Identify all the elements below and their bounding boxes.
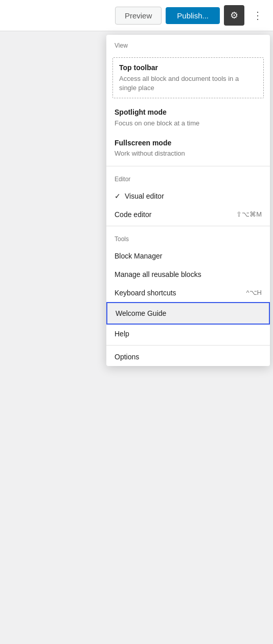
welcome-guide-item[interactable]: Welcome Guide xyxy=(106,302,270,325)
top-toolbar-menu-item[interactable]: Top toolbar Access all block and documen… xyxy=(112,57,264,98)
keyboard-shortcuts-item[interactable]: Keyboard shortcuts ^⌥H xyxy=(106,284,270,302)
visual-editor-item[interactable]: ✓ Visual editor xyxy=(106,187,270,205)
options-item[interactable]: Options xyxy=(106,348,270,366)
fullscreen-mode-desc: Work without distraction xyxy=(115,149,185,158)
more-icon: ⋮ xyxy=(253,9,263,22)
top-toolbar-title: Top toolbar xyxy=(119,63,257,73)
editor-section-label: Editor xyxy=(106,168,270,187)
gear-icon: ⚙ xyxy=(230,10,238,21)
view-section-label: View xyxy=(106,35,270,53)
help-label: Help xyxy=(115,330,129,338)
fullscreen-mode-title: Fullscreen mode xyxy=(115,138,171,148)
divider-3 xyxy=(106,345,270,346)
fullscreen-mode-item[interactable]: Fullscreen mode Work without distraction xyxy=(106,133,270,164)
visual-editor-label: Visual editor xyxy=(125,192,164,200)
code-editor-item[interactable]: Code editor ⇧⌥⌘M xyxy=(106,205,270,224)
code-editor-label: Code editor xyxy=(115,210,151,219)
spotlight-mode-item[interactable]: Spotlight mode Focus on one block at a t… xyxy=(106,102,270,133)
spotlight-mode-title: Spotlight mode xyxy=(115,108,167,118)
publish-button[interactable]: Publish... xyxy=(166,7,220,24)
divider-1 xyxy=(106,166,270,166)
top-toolbar-desc: Access all block and document tools in a… xyxy=(119,74,257,93)
code-editor-shortcut: ⇧⌥⌘M xyxy=(236,210,262,218)
reusable-blocks-item[interactable]: Manage all reusable blocks xyxy=(106,265,270,284)
block-manager-item[interactable]: Block Manager xyxy=(106,247,270,265)
more-options-button[interactable]: ⋮ xyxy=(248,6,267,25)
block-manager-label: Block Manager xyxy=(115,252,162,260)
options-dropdown: View Top toolbar Access all block and do… xyxy=(106,35,270,366)
options-label: Options xyxy=(115,353,139,361)
keyboard-shortcuts-label: Keyboard shortcuts xyxy=(115,289,176,297)
help-item[interactable]: Help xyxy=(106,325,270,343)
preview-button[interactable]: Preview xyxy=(115,7,162,25)
spotlight-mode-desc: Focus on one block at a time xyxy=(115,119,199,128)
welcome-guide-label: Welcome Guide xyxy=(116,309,166,317)
reusable-blocks-label: Manage all reusable blocks xyxy=(115,270,201,278)
settings-button[interactable]: ⚙ xyxy=(224,5,244,26)
tools-section-label: Tools xyxy=(106,228,270,247)
divider-2 xyxy=(106,226,270,226)
keyboard-shortcuts-shortcut: ^⌥H xyxy=(246,289,262,296)
top-toolbar: Preview Publish... ⚙ ⋮ xyxy=(0,0,273,31)
checkmark-icon: ✓ xyxy=(115,192,121,200)
